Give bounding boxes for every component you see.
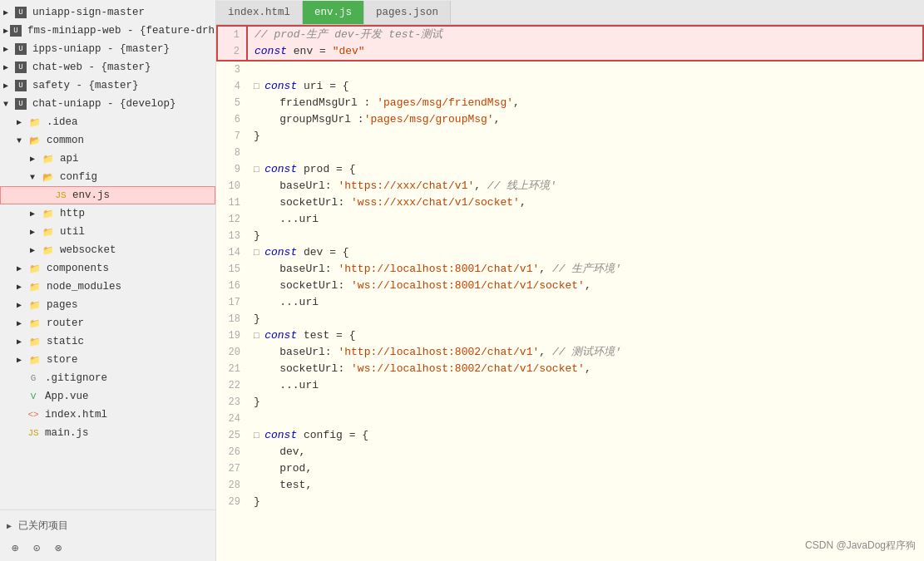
tree-item-uniapp-sign-master[interactable]: ▶Uuniapp-sign-master [0, 3, 215, 22]
code-line-29: 29} [217, 494, 923, 510]
fold-icon[interactable]: □ [254, 431, 264, 440]
chevron-icon: ▶ [17, 117, 27, 127]
line-number: 28 [217, 477, 247, 494]
line-code[interactable]: □ const config = { [247, 427, 923, 444]
tree-item-chat-web[interactable]: ▶Uchat-web - {master} [0, 58, 215, 76]
tree-item-node_modules[interactable]: ▶📁node_modules [0, 278, 215, 296]
line-code[interactable] [247, 145, 923, 161]
tab-pages.json[interactable]: pages.json [364, 1, 451, 24]
chevron-icon: ▶ [30, 154, 40, 164]
line-code[interactable]: baseUrl: 'https://xxx/chat/v1', // 线上环境' [247, 178, 923, 194]
chevron-icon: ▶ [30, 245, 40, 255]
code-token: , [494, 113, 501, 125]
tree-item-static[interactable]: ▶📁static [0, 332, 215, 351]
line-code[interactable]: } [247, 394, 923, 411]
line-number: 25 [217, 427, 247, 444]
comment-token: // 线上环境' [487, 180, 556, 192]
line-code[interactable]: □ const dev = { [247, 244, 923, 261]
repo-icon: U [15, 80, 27, 91]
tree-item-components[interactable]: ▶📁components [0, 259, 215, 278]
tree-item-safety[interactable]: ▶Usafety - {master} [0, 76, 215, 95]
line-code[interactable]: ...uri [247, 294, 923, 311]
line-code[interactable]: socketUrl: 'ws://localhost:8002/chat/v1/… [247, 361, 923, 377]
line-code[interactable]: dev, [247, 444, 923, 460]
tree-item-config[interactable]: ▼📂config [0, 168, 215, 186]
fold-icon[interactable]: □ [254, 248, 264, 258]
code-token: ...uri [254, 296, 319, 308]
line-code[interactable] [247, 411, 923, 427]
tab-index.html[interactable]: index.html [216, 1, 303, 24]
add-icon[interactable]: ⊕ [7, 539, 23, 556]
tree-item-store[interactable]: ▶📁store [0, 351, 215, 369]
code-token: , [585, 362, 591, 375]
line-number: 1 [217, 26, 247, 43]
tree-item-websocket[interactable]: ▶📁websocket [0, 241, 215, 259]
line-code[interactable]: □ const test = { [247, 327, 923, 344]
line-code[interactable]: ...uri [247, 377, 923, 394]
tree-item-main.js[interactable]: JSmain.js [0, 424, 215, 442]
tree-item-pages[interactable]: ▶📁pages [0, 296, 215, 314]
line-code[interactable]: ...uri [247, 211, 923, 228]
file-js-icon: JS [27, 426, 40, 440]
line-code[interactable]: } [247, 228, 923, 244]
code-token: ...uri [254, 379, 319, 391]
line-code[interactable]: baseUrl: 'http://localhost:8001/chat/v1'… [247, 261, 923, 278]
tree-item-label: main.js [45, 427, 89, 439]
line-code[interactable]: } [247, 311, 923, 327]
line-code[interactable]: □ const uri = { [247, 78, 923, 95]
line-code[interactable]: } [247, 494, 923, 510]
line-number: 2 [217, 43, 247, 61]
line-code[interactable]: test, [247, 477, 923, 494]
tree-item-router[interactable]: ▶📁router [0, 314, 215, 332]
tree-item-chat-uniapp[interactable]: ▼Uchat-uniapp - {develop} [0, 95, 215, 113]
chevron-icon: ▶ [3, 81, 13, 91]
code-line-16: 16 socketUrl: 'ws://localhost:8001/chat/… [217, 278, 923, 294]
line-code[interactable]: groupMsgUrl :'pages/msg/groupMsg', [247, 111, 923, 128]
line-code[interactable]: // prod-生产 dev-开发 test-测试 [247, 26, 923, 43]
line-code[interactable]: const env = "dev" [247, 43, 923, 61]
fold-icon[interactable]: □ [254, 165, 264, 175]
string-token: 'ws://localhost:8002/chat/v1/socket' [351, 362, 585, 375]
tree-item-label: util [60, 226, 85, 238]
tree-item-common[interactable]: ▼📂common [0, 131, 215, 150]
folder-icon: 📁 [28, 353, 42, 367]
tree-item-http[interactable]: ▶📁http [0, 204, 215, 223]
code-line-23: 23} [217, 394, 923, 411]
code-token: socketUrl: [254, 279, 351, 292]
tree-item-idea[interactable]: ▶📁.idea [0, 113, 215, 131]
tree-item-api[interactable]: ▶📁api [0, 150, 215, 168]
line-number: 17 [217, 294, 247, 311]
settings-icon[interactable]: ⊗ [50, 539, 67, 556]
tree-item-.gitignore[interactable]: G.gitignore [0, 369, 215, 387]
tree-item-App.vue[interactable]: VApp.vue [0, 387, 215, 406]
tree-item-ipps-uniapp[interactable]: ▶Uipps-uniapp - {master} [0, 40, 215, 58]
line-code[interactable] [247, 61, 923, 78]
code-token: } [254, 312, 260, 325]
code-token: friendMsgUrl : [254, 96, 377, 109]
chevron-icon: ▶ [17, 337, 27, 347]
code-line-8: 8 [217, 145, 923, 161]
code-line-12: 12 ...uri [217, 211, 923, 228]
search-icon[interactable]: ⊙ [28, 539, 45, 556]
code-line-24: 24 [217, 411, 923, 427]
repo-icon: U [15, 43, 27, 55]
line-code[interactable]: □ const prod = { [247, 161, 923, 178]
tree-item-fms-miniapp-web[interactable]: ▶Ufms-miniapp-web - {feature-drhi-v... [0, 22, 215, 40]
fold-icon[interactable]: □ [254, 331, 264, 341]
code-container[interactable]: 1// prod-生产 dev-开发 test-测试2const env = "… [216, 25, 924, 561]
file-html-icon: <> [27, 408, 40, 421]
tree-item-env.js[interactable]: JSenv.js [0, 186, 215, 204]
closed-projects-label[interactable]: ▶ 已关闭项目 [7, 515, 209, 536]
line-code[interactable]: friendMsgUrl : 'pages/msg/friendMsg', [247, 95, 923, 111]
tree-item-label: components [47, 263, 109, 274]
line-code[interactable]: socketUrl: 'wss://xxx/chat/v1/socket', [247, 194, 923, 211]
line-code[interactable]: } [247, 128, 923, 145]
line-code[interactable]: socketUrl: 'ws://localhost:8001/chat/v1/… [247, 278, 923, 294]
line-code[interactable]: prod, [247, 460, 923, 477]
tree-item-index.html[interactable]: <>index.html [0, 406, 215, 424]
line-code[interactable]: baseUrl: 'http://localhost:8002/chat/v1'… [247, 344, 923, 361]
line-number: 18 [217, 311, 247, 327]
tab-env.js[interactable]: env.js [303, 1, 364, 24]
tree-item-util[interactable]: ▶📁util [0, 223, 215, 241]
fold-icon[interactable]: □ [254, 81, 264, 91]
